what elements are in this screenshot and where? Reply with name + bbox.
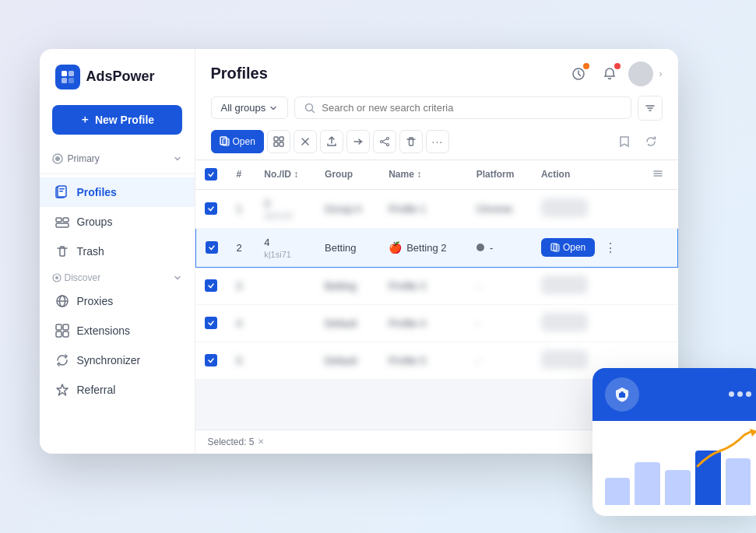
group-chevron-icon — [269, 103, 278, 113]
svg-rect-19 — [63, 324, 69, 330]
svg-rect-18 — [56, 324, 62, 330]
profiles-icon — [55, 185, 69, 199]
row-checkbox-4[interactable] — [205, 317, 217, 329]
sidebar-item-referral-label: Referral — [77, 384, 116, 396]
sidebar-item-synchronizer[interactable]: Synchronizer — [40, 345, 195, 375]
trash-icon — [55, 244, 69, 258]
delete-icon — [406, 136, 417, 147]
row-checkbox-5[interactable] — [205, 354, 217, 366]
sidebar-item-referral[interactable]: Referral — [40, 375, 195, 405]
open-button[interactable]: Open — [211, 130, 264, 153]
close-selected-button[interactable] — [294, 130, 317, 153]
row-group: Betting — [315, 228, 379, 267]
cell-platform: - — [476, 280, 480, 292]
column-settings-icon — [652, 168, 663, 179]
sidebar: AdsPower ＋ New Profile Primary — [40, 49, 195, 454]
cell-platform: - — [476, 355, 480, 366]
sidebar-item-extensions-label: Extensions — [77, 324, 130, 337]
dot-1 — [729, 391, 734, 397]
row-checkbox[interactable] — [205, 202, 217, 215]
clear-selection-button[interactable]: ✕ — [258, 437, 264, 446]
primary-label: Primary — [52, 153, 100, 164]
svg-point-36 — [386, 143, 389, 146]
bookmark-icon — [618, 135, 631, 148]
select-all-checkbox[interactable] — [205, 168, 217, 181]
chart-area — [592, 421, 757, 514]
svg-rect-20 — [56, 331, 62, 337]
selected-count: Selected: 5 ✕ — [208, 437, 264, 447]
sidebar-item-proxies[interactable]: Proxies — [40, 286, 195, 316]
view-toggle-button[interactable] — [267, 130, 290, 153]
bookmark-button[interactable] — [613, 130, 636, 153]
sidebar-item-profiles[interactable]: Profiles — [40, 177, 195, 207]
svg-rect-9 — [59, 191, 63, 192]
search-input[interactable] — [322, 102, 621, 114]
cell-num: 1 — [237, 203, 242, 215]
plus-icon: ＋ — [79, 113, 90, 127]
sidebar-item-proxies-label: Proxies — [77, 295, 114, 307]
sidebar-item-groups[interactable]: Groups — [40, 207, 195, 237]
cell-action — [541, 313, 588, 331]
apple-icon: 🍎 — [389, 241, 402, 254]
toolbar: Open — [211, 130, 663, 160]
clock-icon — [571, 67, 585, 81]
cell-platform: Chrome — [476, 203, 512, 215]
row-open-button[interactable]: Open — [541, 238, 595, 257]
move-button[interactable] — [346, 130, 370, 153]
extensions-icon — [55, 324, 69, 338]
filter-button[interactable] — [638, 96, 663, 121]
chart-bar-0 — [605, 478, 631, 505]
app-name: AdsPower — [86, 68, 155, 85]
discover-icon — [52, 273, 62, 282]
group-select[interactable]: All groups — [211, 96, 289, 119]
col-group: Group — [315, 160, 379, 190]
highlighted-table-row[interactable]: 2 4 k|1si71 Betting 🍎 — [195, 228, 677, 267]
share-button[interactable] — [373, 130, 396, 153]
table-row[interactable]: 3 Betting Profile 3 - — [195, 267, 677, 304]
upload-button[interactable] — [320, 130, 343, 153]
refresh-button[interactable] — [639, 130, 663, 153]
more-button[interactable]: ··· — [426, 130, 449, 153]
cell-num: 4 — [237, 317, 242, 329]
header-icons: › — [566, 61, 663, 86]
svg-rect-33 — [280, 142, 283, 146]
sidebar-item-trash[interactable]: Trash — [40, 237, 195, 266]
svg-point-34 — [386, 137, 389, 139]
svg-rect-40 — [554, 244, 559, 251]
row-checkbox-3[interactable] — [205, 279, 217, 292]
sidebar-item-extensions[interactable]: Extensions — [40, 316, 195, 345]
table-row[interactable]: 1 3ab2cd3 Group A Profile 1 Chrome — [195, 189, 677, 228]
new-profile-button[interactable]: ＋ New Profile — [52, 105, 182, 135]
trend-arrow — [694, 427, 757, 474]
svg-rect-10 — [56, 218, 62, 222]
synchronizer-icon — [55, 353, 69, 367]
col-num: # — [227, 160, 255, 190]
nav-divider-1 — [40, 174, 195, 174]
floating-card — [592, 368, 757, 516]
clock-button[interactable] — [566, 61, 591, 86]
col-extra — [643, 160, 677, 190]
cell-group: Default — [325, 317, 357, 329]
grid-icon — [273, 136, 284, 147]
table-row[interactable]: 4 Default Profile 4 - — [195, 304, 677, 342]
refresh-icon — [645, 135, 657, 148]
row-checkbox-2[interactable] — [206, 241, 218, 254]
cell-name: Profile 4 — [389, 317, 426, 329]
row-id: 4 k|1si71 — [255, 228, 315, 267]
header-checkbox-cell — [195, 160, 227, 190]
shield-card-icon — [605, 377, 639, 412]
row-more-button[interactable]: ⋮ — [601, 237, 620, 258]
row-name: 🍎 Betting 2 — [379, 228, 467, 267]
upload-icon — [326, 136, 337, 147]
sidebar-item-groups-label: Groups — [77, 216, 113, 228]
delete-button[interactable] — [399, 130, 423, 153]
row-platform: - — [467, 228, 532, 267]
discover-chevron-icon — [173, 273, 182, 282]
cell-num: 3 — [237, 280, 242, 292]
cell-name: Profile 3 — [389, 280, 426, 292]
bell-button[interactable] — [597, 61, 622, 86]
filter-icon — [645, 103, 656, 114]
svg-rect-32 — [274, 142, 278, 146]
svg-rect-1 — [69, 71, 74, 76]
primary-section: Primary — [40, 147, 195, 170]
